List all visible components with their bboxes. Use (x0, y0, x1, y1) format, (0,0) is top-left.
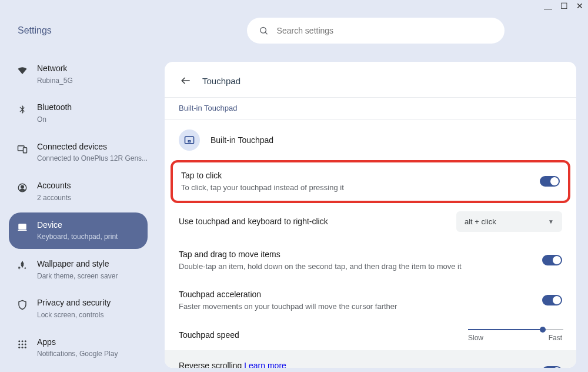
wallpaper-icon (16, 260, 29, 273)
setting-title: Reverse scrolling Learn more (179, 360, 292, 368)
sidebar-item-connected-devices[interactable]: Connected devicesConnected to OnePlus 12… (9, 134, 148, 171)
back-button[interactable] (179, 74, 193, 88)
maximize-button[interactable]: ☐ (560, 1, 568, 11)
apps-icon (16, 338, 29, 351)
sidebar-item-sub: Keyboard, touchpad, print (37, 232, 118, 242)
svg-point-13 (25, 343, 26, 345)
right-click-dropdown[interactable]: alt + click ▼ (456, 211, 562, 232)
main-content: Touchpad Built-in Touchpad Built-in Touc… (165, 62, 576, 368)
sidebar-item-sub: Lock screen, controls (37, 310, 111, 320)
sidebar-item-label: Apps (37, 337, 118, 348)
device-label: Built-in Touchpad (211, 135, 273, 145)
app-title: Settings (18, 25, 247, 36)
section-header: Built-in Touchpad (165, 97, 576, 120)
svg-point-10 (25, 340, 26, 342)
sidebar-item-sub: On (37, 115, 72, 125)
devices-icon (16, 142, 29, 155)
acceleration-toggle[interactable] (542, 295, 562, 305)
svg-line-1 (265, 32, 267, 34)
setting-tap-drag: Tap and drag to move items Double-tap an… (165, 240, 576, 281)
setting-title: Tap to click (181, 170, 344, 182)
search-input[interactable] (277, 26, 493, 35)
sidebar-item-sub: Notifications, Google Play (37, 349, 118, 359)
svg-point-8 (18, 340, 20, 342)
sidebar-item-accounts[interactable]: Accounts2 accounts (9, 173, 148, 210)
window-titlebar: — ☐ ✕ (0, 0, 588, 12)
sidebar-item-label: Network (37, 63, 73, 75)
svg-point-11 (18, 343, 20, 345)
sidebar-item-label: Wallpaper and style (37, 258, 118, 270)
setting-title: Use touchpad and keyboard to right-click (179, 215, 328, 228)
sidebar-item-sub: Dark theme, screen saver (37, 271, 118, 281)
setting-title: Touchpad speed (179, 329, 239, 341)
setting-speed: Touchpad speed Slow Fast (165, 321, 576, 350)
bluetooth-icon (16, 103, 29, 116)
sidebar-item-privacy[interactable]: Privacy and securityLock screen, control… (9, 290, 148, 327)
sidebar-item-sub: Rubina_5G (37, 76, 73, 86)
svg-point-14 (18, 346, 20, 348)
svg-point-16 (25, 346, 26, 348)
back-arrow-icon (180, 75, 192, 87)
minimize-button[interactable]: — (544, 0, 552, 13)
speed-slider[interactable] (468, 329, 562, 330)
setting-acceleration: Touchpad acceleration Faster movements o… (165, 280, 576, 321)
account-icon (16, 181, 29, 194)
sidebar-item-device[interactable]: DeviceKeyboard, touchpad, print (9, 212, 148, 249)
sidebar-item-sub: Connected to OnePlus 12R Gens... (37, 154, 148, 164)
setting-tap-to-click: Tap to click To click, tap your touchpad… (171, 160, 570, 203)
setting-title: Tap and drag to move items (179, 248, 462, 261)
sidebar: NetworkRubina_5G BluetoothOn Connected d… (0, 56, 156, 372)
slider-max-label: Fast (549, 334, 562, 342)
sidebar-item-label: Connected devices (37, 141, 148, 153)
setting-right-click: Use touchpad and keyboard to right-click… (165, 203, 576, 240)
wifi-icon (16, 64, 29, 77)
svg-rect-6 (19, 224, 26, 228)
page-title: Touchpad (202, 76, 240, 86)
sidebar-item-sub: 2 accounts (37, 193, 71, 203)
chevron-down-icon: ▼ (548, 218, 554, 225)
sidebar-item-wallpaper[interactable]: Wallpaper and styleDark theme, screen sa… (9, 251, 148, 288)
setting-sub: Double-tap an item, hold down on the sec… (179, 261, 462, 273)
svg-rect-3 (24, 148, 27, 153)
sidebar-item-network[interactable]: NetworkRubina_5G (9, 56, 148, 92)
reverse-scrolling-toggle[interactable] (542, 366, 562, 368)
shield-icon (16, 298, 29, 311)
device-row[interactable]: Built-in Touchpad (165, 120, 576, 160)
tap-to-click-toggle[interactable] (540, 176, 560, 187)
learn-more-link[interactable]: Learn more (244, 361, 286, 368)
svg-point-9 (22, 340, 24, 342)
svg-point-12 (22, 343, 24, 345)
close-button[interactable]: ✕ (576, 1, 583, 11)
touchpad-icon (179, 129, 200, 151)
sidebar-item-label: Bluetooth (37, 102, 72, 114)
svg-point-15 (22, 346, 24, 348)
svg-point-5 (21, 185, 24, 188)
dropdown-value: alt + click (465, 217, 496, 226)
sidebar-item-apps[interactable]: AppsNotifications, Google Play (9, 330, 148, 366)
sidebar-item-accessibility[interactable]: Accessibility (9, 368, 148, 372)
sidebar-item-label: Privacy and security (37, 297, 111, 309)
setting-sub: To click, tap your touchpad instead of p… (181, 182, 344, 194)
search-box[interactable] (247, 18, 505, 44)
laptop-icon (16, 221, 29, 234)
sidebar-item-label: Device (37, 220, 118, 231)
svg-rect-20 (188, 141, 190, 142)
slider-min-label: Slow (468, 334, 483, 342)
setting-sub: Faster movements on your touchpad will m… (179, 301, 397, 313)
setting-reverse-scrolling: Reverse scrolling Learn more Swipe up to… (165, 350, 576, 368)
sidebar-item-label: Accounts (37, 180, 71, 192)
tap-drag-toggle[interactable] (542, 255, 562, 265)
sidebar-item-bluetooth[interactable]: BluetoothOn (9, 95, 148, 131)
setting-title: Touchpad acceleration (179, 288, 397, 301)
svg-point-0 (260, 27, 266, 33)
search-icon (259, 25, 269, 36)
